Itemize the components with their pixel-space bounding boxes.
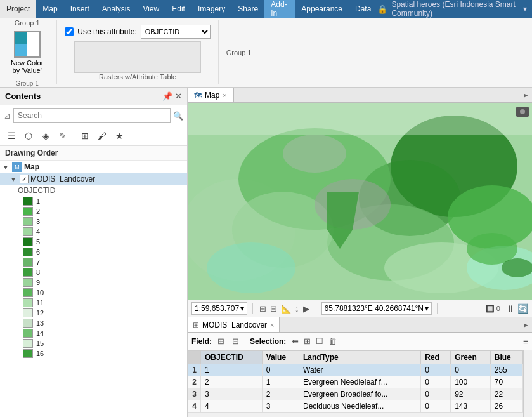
coord-dropdown-icon[interactable]: ▾	[425, 304, 429, 313]
map-tab-icon: 🗺	[194, 91, 202, 100]
legend-item: 13	[0, 318, 187, 328]
menu-tab-view[interactable]: View	[136, 0, 165, 18]
table-tab-close[interactable]: ×	[270, 321, 274, 329]
table-body: 1 1 0 Water 0 0 255 2 2 1 Evergreen Need…	[188, 364, 523, 413]
menu-tab-insert[interactable]: Insert	[64, 0, 96, 18]
filter-icon[interactable]: ⊿	[4, 111, 11, 121]
zoom-extent-icon[interactable]: ↕	[294, 303, 301, 315]
legend-item: 9	[0, 277, 187, 288]
legend-item: 11	[0, 298, 187, 308]
menu-tab-project[interactable]: Project	[0, 0, 36, 18]
cell-landtype: Evergreen Broadleaf fo...	[299, 388, 421, 400]
table-row[interactable]: 1 1 0 Water 0 0 255	[188, 364, 523, 376]
table-scroll-wrapper[interactable]: OBJECTID Value LandType Red Green Blue 1…	[188, 350, 532, 417]
table-row[interactable]: 3 3 2 Evergreen Broadleaf fo... 0 92 22	[188, 388, 523, 400]
col-objectid[interactable]: OBJECTID	[201, 351, 263, 364]
menu-bar: Project Map Insert Analysis View Edit Im…	[0, 0, 532, 18]
svg-rect-2	[15, 32, 27, 44]
menu-tab-map[interactable]: Map	[36, 0, 63, 18]
cylinder-icon[interactable]: ⬡	[21, 128, 36, 143]
grid-icon[interactable]: ⊞	[77, 128, 93, 143]
sel-zoom-icon[interactable]: ⬅	[290, 335, 301, 347]
zoom-in-icon[interactable]: ⊞	[258, 303, 268, 315]
menu-tab-share[interactable]: Share	[231, 0, 264, 18]
cell-red: 0	[421, 388, 451, 400]
legend-item: 1	[0, 196, 187, 206]
coordinate-display[interactable]: 65.7881323°E 40.2668741°N ▾	[321, 302, 432, 315]
close-panel-icon[interactable]: ✕	[175, 91, 182, 101]
calc-field-icon[interactable]: ⊟	[230, 335, 241, 347]
tab-arrow[interactable]: ▸	[520, 90, 532, 100]
measure-icon[interactable]: 📐	[280, 303, 292, 315]
scale-dropdown-icon[interactable]: ▾	[240, 304, 244, 313]
layer-checkbox[interactable]: ✓	[20, 175, 29, 183]
table-row[interactable]: 2 2 1 Evergreen Needleleaf f... 0 100 70	[188, 376, 523, 388]
menu-tab-data[interactable]: Data	[349, 0, 377, 18]
cell-value: 1	[262, 376, 299, 388]
table-row[interactable]: 4 4 3 Deciduous Needleleaf... 0 143 26	[188, 400, 523, 413]
map-canvas[interactable]	[188, 103, 532, 300]
new-color-button[interactable]: New Colorby 'Value'	[5, 28, 49, 77]
ribbon-group-1: Group 1 New Colorby 'Value' Group 1	[5, 20, 57, 84]
pin-icon[interactable]: 📌	[162, 91, 172, 101]
table-menu-icon[interactable]: ≡	[523, 336, 528, 347]
search-input[interactable]	[13, 108, 171, 123]
grid2-icon[interactable]: ⊟	[269, 303, 278, 315]
attr-dropdown[interactable]: OBJECTID	[141, 25, 211, 39]
search-row: ⊿ 🔍	[0, 105, 187, 126]
scale-selector[interactable]: 1:59,653.707 ▾	[191, 302, 247, 315]
use-attr-checkbox[interactable]	[65, 27, 74, 36]
legend-swatch	[23, 258, 33, 267]
sel-delete-icon[interactable]: 🗑	[327, 335, 339, 347]
filter2-icon[interactable]: ◈	[38, 128, 53, 143]
col-green[interactable]: Green	[451, 351, 491, 364]
menu-tab-analysis[interactable]: Analysis	[96, 0, 137, 18]
sel-switch-icon[interactable]: ⊞	[302, 335, 313, 347]
play-icon[interactable]: ▶	[302, 303, 311, 315]
legend-item: 5	[0, 237, 187, 247]
cell-landtype: Water	[299, 364, 421, 376]
col-red[interactable]: Red	[421, 351, 451, 364]
attribute-table: OBJECTID Value LandType Red Green Blue 1…	[188, 350, 523, 413]
col-value[interactable]: Value	[262, 351, 299, 364]
group1-bottom-label: Group 1	[16, 80, 39, 87]
list-icon[interactable]: ☰	[4, 128, 19, 143]
tree-map-item[interactable]: ▼ M Map	[0, 161, 187, 173]
legend-swatch	[23, 349, 33, 358]
col-landtype[interactable]: LandType	[299, 351, 421, 364]
cell-red: 0	[421, 364, 451, 376]
tree-area[interactable]: ▼ M Map ▼ ✓ MODIS_Landcover OBJECTID 1 2…	[0, 161, 187, 417]
map-tab[interactable]: 🗺 Map ×	[188, 88, 234, 102]
menu-tab-appearance[interactable]: Appearance	[295, 0, 349, 18]
tree-layer-item[interactable]: ▼ ✓ MODIS_Landcover	[0, 173, 187, 185]
refresh-icon[interactable]: 🔄	[517, 303, 528, 314]
table-scrollbar[interactable]	[523, 350, 532, 417]
row-number: 4	[188, 400, 201, 413]
search-icon[interactable]: 🔍	[173, 111, 183, 121]
legend-swatch	[23, 207, 33, 216]
menu-tab-imagery[interactable]: Imagery	[191, 0, 231, 18]
table-tab-arrow[interactable]: ▸	[520, 320, 532, 329]
contents-header: Contents 📌 ✕	[0, 88, 187, 105]
legend-item: 10	[0, 288, 187, 298]
map-collapse-arrow[interactable]: ▼	[3, 164, 10, 171]
table-tab[interactable]: ⊞ MODIS_Landcover ×	[188, 317, 280, 332]
cell-value: 0	[262, 364, 299, 376]
star-icon[interactable]: ★	[112, 128, 127, 143]
menu-tab-addin[interactable]: Add-In	[264, 0, 295, 18]
paint-icon[interactable]: 🖌	[94, 128, 110, 143]
add-field-icon[interactable]: ⊞	[216, 335, 226, 347]
map-tab-close[interactable]: ×	[223, 91, 226, 99]
ribbon-group-3: Group 1	[226, 20, 259, 84]
menu-tab-edit[interactable]: Edit	[165, 0, 191, 18]
table-scroll-area[interactable]: OBJECTID Value LandType Red Green Blue 1…	[188, 350, 523, 417]
pencil-icon[interactable]: ✎	[55, 128, 70, 143]
legend-label: 7	[36, 258, 40, 266]
right-area: 🗺 Map × ▸	[188, 88, 532, 417]
pause-icon[interactable]: ⏸	[506, 303, 515, 314]
dropdown-icon[interactable]: ▾	[523, 4, 527, 13]
cell-green: 0	[451, 364, 491, 376]
sel-clear-icon[interactable]: ☐	[314, 335, 325, 347]
layer-collapse-arrow[interactable]: ▼	[10, 176, 18, 183]
col-blue[interactable]: Blue	[490, 351, 522, 364]
